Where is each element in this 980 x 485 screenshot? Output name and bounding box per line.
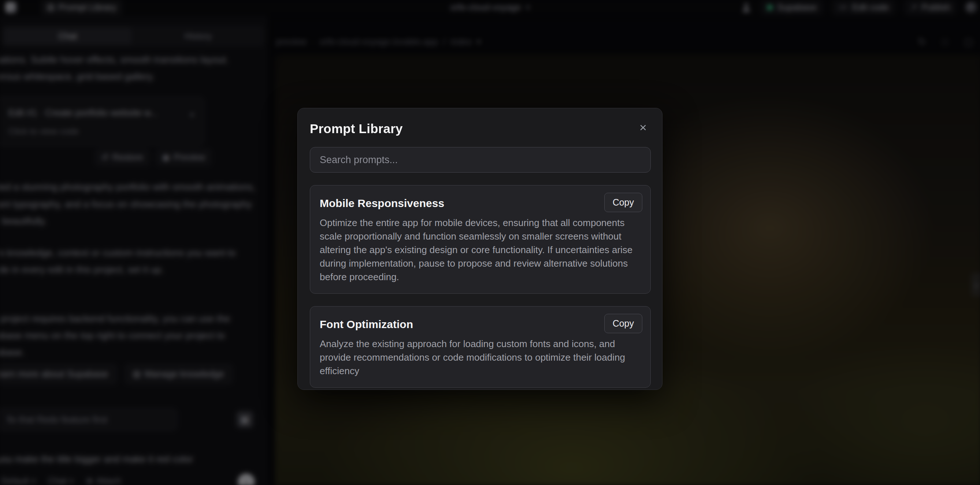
- prompt-library-modal: Prompt Library × Mobile Responsiveness C…: [298, 108, 662, 390]
- prompt-card: Mobile Responsiveness Copy Optimize the …: [310, 185, 651, 294]
- modal-title: Prompt Library: [310, 121, 650, 136]
- prompt-card: Font Optimization Copy Analyze the exist…: [310, 306, 651, 388]
- prompt-card-description: Analyze the existing approach for loadin…: [320, 337, 641, 378]
- copy-button[interactable]: Copy: [604, 314, 642, 333]
- prompt-card-title: Mobile Responsiveness: [320, 197, 641, 209]
- close-icon[interactable]: ×: [635, 119, 651, 135]
- copy-button[interactable]: Copy: [604, 193, 642, 212]
- app-window: Prompt Library orfe-cloud-voyage ▾ Supab…: [0, 0, 980, 485]
- prompt-card-title: Font Optimization: [320, 318, 641, 331]
- search-input[interactable]: [310, 147, 651, 173]
- prompt-card-description: Optimize the entire app for mobile devic…: [320, 216, 641, 284]
